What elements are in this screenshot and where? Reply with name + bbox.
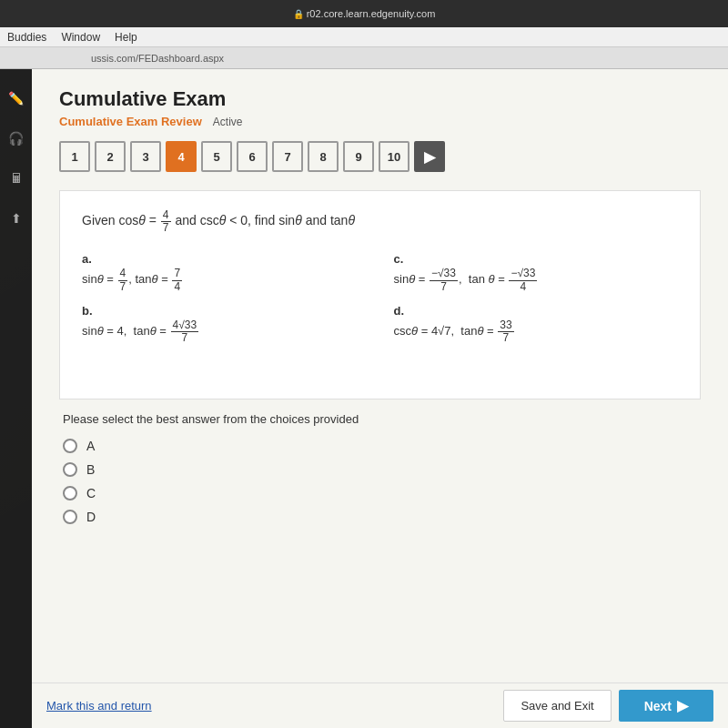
main-content: ✏️ 🎧 🖩 ⬆ Cumulative Exam Cumulative Exam… [0, 69, 728, 728]
choice-a-frac2: 7 4 [172, 268, 182, 292]
answer-option-b[interactable]: B [63, 462, 697, 477]
browser-bar: 🔒 r02.core.learn.edgenuity.com [0, 0, 728, 27]
choice-c-label: c. [394, 252, 679, 266]
choice-b-label: b. [82, 304, 367, 318]
radio-a[interactable] [63, 439, 77, 453]
answer-option-a[interactable]: A [63, 439, 697, 453]
radio-b[interactable] [63, 462, 77, 477]
choice-d: d. cscθ = 4√7, tanθ = 33 7 [394, 304, 679, 344]
choice-a: a. sinθ = 4 7 , tanθ = 7 4 [82, 252, 367, 292]
calculator-icon[interactable]: 🖩 [5, 167, 27, 189]
answer-option-c[interactable]: C [63, 486, 697, 500]
choice-d-frac: 33 7 [498, 319, 513, 344]
address-bar: 🔒 r02.core.learn.edgenuity.com [293, 8, 436, 19]
exam-subtitle-row: Cumulative Exam Review Active [59, 115, 701, 128]
bottom-bar: Mark this and return Save and Exit Next … [32, 682, 728, 728]
lock-icon: 🔒 [293, 9, 304, 19]
choice-c: c. sinθ = −√33 7 , tan θ = −√33 4 [394, 252, 679, 292]
save-exit-button[interactable]: Save and Exit [503, 690, 611, 722]
tab-url: ussis.com/FEDashboard.aspx [91, 53, 224, 64]
next-button[interactable]: Next ▶ [619, 690, 713, 722]
q-btn-3[interactable]: 3 [130, 141, 161, 172]
choice-a-frac1: 4 7 [118, 268, 128, 292]
menu-item-window[interactable]: Window [61, 31, 100, 44]
menu-bar: Buddies Window Help [0, 27, 728, 47]
choice-b-frac: 4√33 7 [171, 319, 199, 344]
answer-option-d[interactable]: D [63, 510, 697, 524]
mark-link[interactable]: Mark this and return [46, 699, 152, 713]
sidebar: ✏️ 🎧 🖩 ⬆ [0, 69, 32, 728]
url-text: r02.core.learn.edgenuity.com [307, 8, 436, 19]
instructions-text: Please select the best answer from the c… [59, 412, 701, 426]
bottom-buttons: Save and Exit Next ▶ [503, 690, 713, 722]
q-btn-next-arrow[interactable]: ▶ [414, 141, 445, 172]
q-btn-5[interactable]: 5 [201, 141, 232, 172]
menu-item-buddies[interactable]: Buddies [7, 31, 46, 44]
q-btn-9[interactable]: 9 [343, 141, 374, 172]
choices-grid: a. sinθ = 4 7 , tanθ = 7 4 [82, 252, 678, 344]
choice-b-math: sinθ = 4, tanθ = 4√33 7 [82, 319, 367, 344]
cos-fraction: 4 7 [161, 209, 171, 234]
exam-title: Cumulative Exam [59, 87, 701, 111]
exam-subtitle: Cumulative Exam Review [59, 115, 202, 128]
status-badge: Active [213, 116, 243, 128]
question-text: Given cosθ = 4 7 and cscθ < 0, find sinθ… [82, 209, 678, 234]
answer-label-c: C [86, 486, 96, 500]
next-label: Next [644, 699, 672, 713]
menu-item-help[interactable]: Help [115, 31, 137, 44]
q-btn-6[interactable]: 6 [237, 141, 268, 172]
q-btn-4[interactable]: 4 [166, 141, 197, 172]
q-btn-2[interactable]: 2 [95, 141, 126, 172]
choice-c-frac2: −√33 4 [509, 268, 537, 292]
choice-d-math: cscθ = 4√7, tanθ = 33 7 [394, 319, 679, 344]
next-arrow-icon: ▶ [677, 697, 688, 714]
answer-label-b: B [86, 462, 95, 477]
radio-d[interactable] [63, 510, 77, 524]
arrow-up-icon[interactable]: ⬆ [5, 207, 27, 229]
choice-c-frac1: −√33 7 [430, 268, 458, 292]
answer-label-d: D [86, 510, 96, 524]
content-panel: Cumulative Exam Cumulative Exam Review A… [32, 69, 728, 728]
q-btn-8[interactable]: 8 [308, 141, 339, 172]
pencil-icon[interactable]: ✏️ [5, 87, 27, 109]
answer-choices: A B C D [59, 439, 701, 524]
choice-a-label: a. [82, 252, 367, 266]
headphones-icon[interactable]: 🎧 [5, 127, 27, 149]
q-btn-1[interactable]: 1 [59, 141, 90, 172]
q-btn-7[interactable]: 7 [272, 141, 303, 172]
question-nav: 1 2 3 4 5 6 7 8 9 10 ▶ [59, 141, 701, 172]
question-area: Given cosθ = 4 7 and cscθ < 0, find sinθ… [59, 190, 701, 399]
answer-label-a: A [86, 439, 95, 453]
choice-a-math: sinθ = 4 7 , tanθ = 7 4 [82, 268, 367, 292]
radio-c[interactable] [63, 486, 77, 500]
q-btn-10[interactable]: 10 [379, 141, 410, 172]
choice-b: b. sinθ = 4, tanθ = 4√33 7 [82, 304, 367, 344]
choice-d-label: d. [394, 304, 679, 318]
choice-c-math: sinθ = −√33 7 , tan θ = −√33 4 [394, 268, 679, 292]
tab-bar: ussis.com/FEDashboard.aspx [0, 47, 728, 69]
